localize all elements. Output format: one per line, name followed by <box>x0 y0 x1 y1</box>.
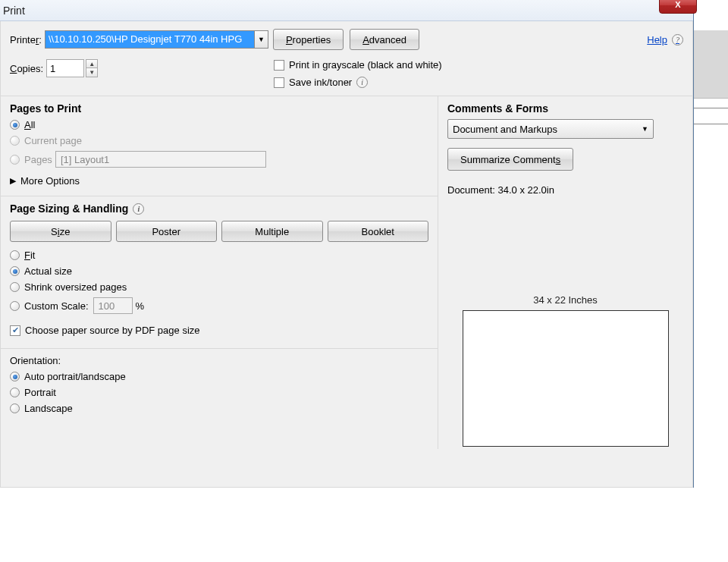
pages-title: Pages to Print <box>10 102 428 115</box>
spinner-down-icon[interactable]: ▼ <box>86 68 97 77</box>
printer-select[interactable]: \\10.10.10.250\HP Designjet T770 44in HP… <box>45 30 268 49</box>
preview-size-label: 34 x 22 Inches <box>447 294 683 306</box>
document-dimensions-label: Document: 34.0 x 22.0in <box>447 184 683 196</box>
orient-portrait-label: Portrait <box>24 387 56 398</box>
chevron-down-icon[interactable]: ▼ <box>254 31 268 48</box>
orientation-title: Orientation: <box>10 355 428 366</box>
custom-scale-radio[interactable] <box>10 301 20 311</box>
size-button[interactable]: Size <box>10 221 111 242</box>
orient-landscape-radio[interactable] <box>10 403 20 413</box>
grayscale-checkbox[interactable] <box>274 60 284 71</box>
page-preview <box>463 310 669 447</box>
summarize-comments-button[interactable]: Summarize Comments <box>447 148 573 171</box>
pages-range-label: Pages <box>24 154 52 165</box>
pages-current-label: Current page <box>24 135 82 146</box>
grayscale-label: Print in grayscale (black and white) <box>289 59 442 71</box>
copies-label: Copies: <box>10 63 43 74</box>
comments-forms-select[interactable]: Document and Markups ▼ <box>447 119 654 139</box>
actual-size-label: Actual size <box>24 265 72 277</box>
orient-auto-label: Auto portrait/landscape <box>24 371 126 382</box>
custom-scale-field <box>93 297 133 314</box>
window-title: Print <box>3 5 25 17</box>
orient-landscape-label: Landscape <box>24 403 73 414</box>
titlebar: Print <box>0 0 693 21</box>
fit-label: Fit <box>24 250 35 261</box>
chevron-down-icon: ▼ <box>642 125 648 133</box>
info-icon[interactable]: i <box>133 203 144 215</box>
pages-range-radio <box>10 155 20 165</box>
comments-forms-title: Comments & Forms <box>447 102 683 115</box>
print-dialog: X Print Printer: \\10.10.10.250\HP Desig… <box>0 0 694 488</box>
paper-source-label: Choose paper source by PDF page size <box>25 325 200 336</box>
pages-to-print-group: Pages to Print All Current page Pages <box>1 96 438 196</box>
help-link[interactable]: Help ? <box>647 34 683 46</box>
paper-source-checkbox[interactable] <box>10 325 20 336</box>
saveink-label: Save ink/toner <box>289 77 352 88</box>
info-icon[interactable]: i <box>356 77 368 88</box>
spinner-up-icon[interactable]: ▲ <box>86 60 97 68</box>
page-sizing-group: Page Sizing & Handling i Size Poster Mul… <box>1 196 438 349</box>
fit-radio[interactable] <box>10 250 20 260</box>
pages-range-field <box>55 151 266 168</box>
close-button[interactable]: X <box>659 0 697 14</box>
sizing-title: Page Sizing & Handling i <box>10 203 428 215</box>
booklet-button[interactable]: Booklet <box>328 221 429 242</box>
pages-all-label: All <box>24 119 35 130</box>
orient-auto-radio[interactable] <box>10 372 20 381</box>
advanced-button[interactable]: Advanced <box>350 29 419 50</box>
help-icon: ? <box>672 34 683 46</box>
multiple-button[interactable]: Multiple <box>221 221 323 242</box>
comments-forms-selected: Document and Markups <box>453 124 557 135</box>
orient-portrait-radio[interactable] <box>10 388 20 397</box>
printer-label: Printer: <box>10 34 42 46</box>
copies-input[interactable] <box>46 59 84 77</box>
copies-spinner[interactable]: ▲ ▼ <box>86 59 98 77</box>
printer-selected-text: \\10.10.10.250\HP Designjet T770 44in HP… <box>46 31 254 48</box>
orientation-group: Orientation: Auto portrait/landscape Por… <box>1 349 438 426</box>
percent-label: % <box>136 300 145 312</box>
custom-scale-label: Custom Scale: <box>24 300 89 312</box>
actual-size-radio[interactable] <box>10 266 20 276</box>
shrink-label: Shrink oversized pages <box>24 281 127 293</box>
background-decor <box>694 30 728 133</box>
poster-button[interactable]: Poster <box>116 221 218 242</box>
triangle-right-icon: ▶ <box>10 176 16 186</box>
pages-current-radio <box>10 136 20 146</box>
properties-button[interactable]: Properties <box>273 29 344 50</box>
pages-all-radio[interactable] <box>10 120 20 130</box>
more-options-toggle[interactable]: ▶ More Options <box>10 175 428 187</box>
shrink-radio[interactable] <box>10 282 20 292</box>
saveink-checkbox[interactable] <box>274 77 284 88</box>
